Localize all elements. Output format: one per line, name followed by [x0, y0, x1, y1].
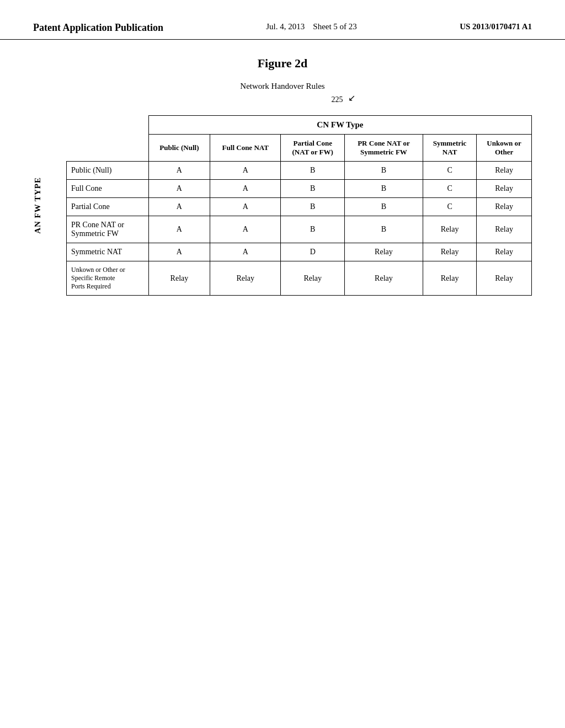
cell-4-4: Relay — [423, 243, 476, 261]
row-label-2: Partial Cone — [67, 198, 149, 216]
cell-3-2: B — [281, 216, 344, 243]
header-center: Jul. 4, 2013 Sheet 5 of 23 — [266, 22, 357, 31]
cell-2-3: B — [344, 198, 423, 216]
cell-5-3: Relay — [344, 261, 423, 296]
cell-1-3: B — [344, 180, 423, 198]
cell-5-0: Relay — [148, 261, 210, 296]
table-row: PR Cone NAT orSymmetric FW A A B B Relay… — [67, 216, 532, 243]
cell-3-4: Relay — [423, 216, 476, 243]
page-header: Patent Application Publication Jul. 4, 2… — [0, 0, 565, 40]
table-area: CN FW Type Public (Null) Full Cone NAT P… — [66, 115, 532, 296]
patent-number: US 2013/0170471 A1 — [460, 22, 532, 31]
table-row: Partial Cone A A B B C Relay — [67, 198, 532, 216]
cell-2-0: A — [148, 198, 210, 216]
col-header-0: Public (Null) — [148, 135, 210, 162]
cell-3-1: A — [210, 216, 281, 243]
cn-fw-type-header: CN FW Type — [148, 116, 531, 135]
an-fw-type-label: AN FW TYPE — [33, 177, 42, 234]
table-row: Unkown or Other orSpecific RemotePorts R… — [67, 261, 532, 296]
publication-title: Patent Application Publication — [33, 22, 163, 34]
publication-date: Jul. 4, 2013 — [266, 22, 305, 31]
cell-5-1: Relay — [210, 261, 281, 296]
col-header-5: Unkown orOther — [477, 135, 532, 162]
col-header-2: Partial Cone(NAT or FW) — [281, 135, 344, 162]
row-label-3: PR Cone NAT orSymmetric FW — [67, 216, 149, 243]
cell-4-2: D — [281, 243, 344, 261]
row-label-5: Unkown or Other orSpecific RemotePorts R… — [67, 261, 149, 296]
cell-1-2: B — [281, 180, 344, 198]
cell-1-0: A — [148, 180, 210, 198]
cell-3-0: A — [148, 216, 210, 243]
table-row: Symmetric NAT A A D Relay Relay Relay — [67, 243, 532, 261]
ref-225-label: 225 — [332, 95, 343, 104]
row-label-1: Full Cone — [67, 180, 149, 198]
sheet-info: Sheet 5 of 23 — [313, 22, 357, 31]
cell-2-4: C — [423, 198, 476, 216]
cell-4-1: A — [210, 243, 281, 261]
cell-4-5: Relay — [477, 243, 532, 261]
col-header-1: Full Cone NAT — [210, 135, 281, 162]
row-label-4: Symmetric NAT — [67, 243, 149, 261]
ref-225-arrow: ↙ — [348, 93, 355, 103]
table-wrapper: AN FW TYPE CN FW Type Public (Null) Full… — [33, 115, 532, 296]
cell-3-3: B — [344, 216, 423, 243]
cell-3-5: Relay — [477, 216, 532, 243]
cell-0-4: C — [423, 162, 476, 180]
cell-1-5: Relay — [477, 180, 532, 198]
row-label-0: Public (Null) — [67, 162, 149, 180]
cell-5-5: Relay — [477, 261, 532, 296]
cell-0-1: A — [210, 162, 281, 180]
col-header-4: SymmetricNAT — [423, 135, 476, 162]
cell-1-4: C — [423, 180, 476, 198]
cell-0-5: Relay — [477, 162, 532, 180]
cell-4-0: A — [148, 243, 210, 261]
network-label: Network Handover Rules — [33, 82, 532, 91]
table-row: Full Cone A A B B C Relay — [67, 180, 532, 198]
an-fw-type-container: AN FW TYPE — [33, 177, 66, 234]
cell-1-1: A — [210, 180, 281, 198]
cell-0-3: B — [344, 162, 423, 180]
table-row: Public (Null) A A B B C Relay — [67, 162, 532, 180]
main-table: CN FW Type Public (Null) Full Cone NAT P… — [66, 115, 532, 296]
cell-2-2: B — [281, 198, 344, 216]
cell-5-2: Relay — [281, 261, 344, 296]
figure-title: Figure 2d — [33, 56, 532, 71]
cell-2-5: Relay — [477, 198, 532, 216]
col-header-3: PR Cone NAT orSymmetric FW — [344, 135, 423, 162]
cell-4-3: Relay — [344, 243, 423, 261]
cell-5-4: Relay — [423, 261, 476, 296]
main-content: Figure 2d Network Handover Rules 225 ↙ A… — [0, 40, 565, 312]
cell-2-1: A — [210, 198, 281, 216]
cell-0-2: B — [281, 162, 344, 180]
cell-0-0: A — [148, 162, 210, 180]
